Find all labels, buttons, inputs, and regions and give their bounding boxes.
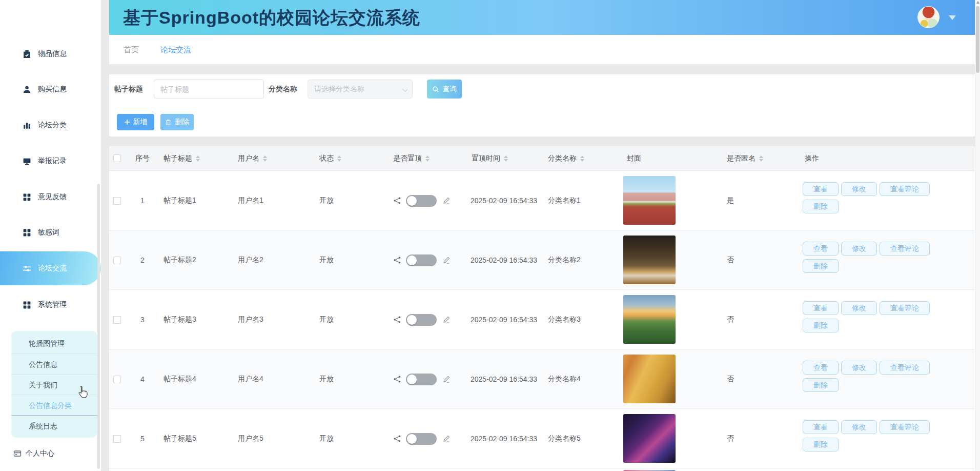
- category-select[interactable]: 请选择分类名称: [308, 80, 413, 99]
- post-title-label: 帖子标题: [114, 80, 143, 99]
- view-button[interactable]: 查看: [803, 242, 839, 256]
- sort-icon[interactable]: [759, 155, 763, 162]
- view-button[interactable]: 查看: [803, 301, 839, 315]
- sidebar-item-label: 敏感词: [38, 228, 59, 237]
- edit-pencil-icon[interactable]: [442, 435, 451, 443]
- category-label: 分类名称: [269, 80, 297, 99]
- share-icon[interactable]: [393, 256, 401, 264]
- sort-icon[interactable]: [337, 155, 341, 162]
- delete-row-button[interactable]: 删除: [803, 378, 839, 392]
- share-icon[interactable]: [393, 316, 401, 324]
- status-text: 开放: [319, 409, 334, 468]
- delete-button[interactable]: 删除: [160, 114, 194, 130]
- submenu-item-announcement[interactable]: 公告信息: [11, 354, 97, 374]
- delete-row-button[interactable]: 删除: [803, 259, 839, 273]
- pin-toggle-off[interactable]: [406, 374, 437, 385]
- edit-button[interactable]: 修改: [841, 182, 877, 196]
- edit-button[interactable]: 修改: [841, 420, 877, 434]
- sidebar-item-sensitive-words[interactable]: 敏感词: [0, 221, 101, 244]
- view-button[interactable]: 查看: [803, 420, 839, 434]
- avatar[interactable]: [917, 6, 940, 28]
- sidebar-item-report-record[interactable]: 举报记录: [0, 150, 101, 172]
- pin-time: 2025-02-09 16:54:33: [471, 230, 537, 290]
- personal-center-link[interactable]: 个人中心: [13, 445, 54, 462]
- view-comments-button[interactable]: 查看评论: [880, 242, 930, 256]
- edit-pencil-icon[interactable]: [442, 197, 451, 205]
- view-button[interactable]: 查看: [803, 361, 839, 375]
- edit-button[interactable]: 修改: [841, 242, 877, 256]
- post-title: 帖子标题5: [164, 409, 196, 468]
- add-button[interactable]: 新增: [117, 114, 154, 130]
- edit-pencil-icon[interactable]: [442, 316, 451, 324]
- view-comments-button[interactable]: 查看评论: [880, 182, 930, 196]
- sidebar-item-feedback[interactable]: 意见反馈: [0, 186, 101, 208]
- pin-toggle-off[interactable]: [406, 254, 437, 266]
- row-checkbox[interactable]: [113, 197, 121, 205]
- post-title: 帖子标题1: [164, 171, 196, 230]
- select-all-checkbox[interactable]: [113, 154, 121, 162]
- table-row: 2 帖子标题2 用户名2 开放 2025-02-09 16:54:33 分类名称…: [109, 230, 975, 290]
- share-icon[interactable]: [393, 197, 401, 205]
- view-comments-button[interactable]: 查看评论: [880, 420, 930, 434]
- page-scrollbar-thumb[interactable]: [976, 6, 979, 73]
- submenu-item-announcement-category[interactable]: 公告信息分类: [11, 395, 97, 415]
- edit-pencil-icon[interactable]: [442, 256, 451, 264]
- chevron-down-icon[interactable]: [949, 15, 956, 20]
- top-header: 基于SpringBoot的校园论坛交流系统: [109, 0, 975, 35]
- delete-row-button[interactable]: 删除: [803, 200, 839, 213]
- sort-icon[interactable]: [580, 155, 584, 162]
- pin-toggle-off[interactable]: [406, 433, 437, 445]
- sort-icon[interactable]: [425, 155, 430, 162]
- sidebar-item-goods[interactable]: 物品信息: [0, 43, 101, 65]
- submenu-item-system-log[interactable]: 系统日志: [11, 415, 97, 436]
- edit-button[interactable]: 修改: [841, 361, 877, 375]
- delete-row-button[interactable]: 删除: [803, 319, 839, 332]
- anonymous-flag: 否: [727, 230, 734, 290]
- row-checkbox[interactable]: [113, 376, 121, 383]
- plus-icon: [124, 119, 130, 125]
- row-checkbox[interactable]: [113, 435, 121, 443]
- anonymous-flag: 否: [727, 349, 734, 409]
- row-index: 5: [135, 409, 150, 468]
- posts-table: 序号 帖子标题 用户名 状态 是否置顶 置顶时间 分类名称 封面 是否匿名 操作…: [109, 146, 975, 471]
- submenu-item-about-us[interactable]: 关于我们: [11, 374, 97, 395]
- toggle-knob: [407, 315, 417, 325]
- scroll-up-arrow-icon[interactable]: [976, 1, 979, 4]
- pin-toggle-off[interactable]: [406, 195, 437, 207]
- bar-chart-icon: [23, 121, 31, 130]
- sort-icon[interactable]: [504, 155, 508, 162]
- username: 用户名4: [238, 349, 263, 409]
- tab-forum-exchange[interactable]: 论坛交流: [160, 35, 191, 64]
- delete-row-button[interactable]: 删除: [803, 438, 839, 452]
- sidebar-item-purchase[interactable]: 购买信息: [0, 78, 101, 101]
- post-title-input[interactable]: [154, 80, 264, 99]
- sort-icon[interactable]: [196, 155, 200, 162]
- status-text: 开放: [319, 230, 334, 290]
- username: 用户名2: [238, 230, 263, 290]
- submenu-item-carousel[interactable]: 轮播图管理: [11, 333, 97, 354]
- edit-pencil-icon[interactable]: [442, 375, 451, 383]
- share-icon[interactable]: [393, 435, 401, 443]
- sidebar-item-forum-category[interactable]: 论坛分类: [0, 114, 101, 136]
- tab-bar: 首页 论坛交流: [109, 35, 975, 64]
- share-icon[interactable]: [393, 375, 401, 383]
- sidebar-item-system-management[interactable]: 系统管理: [0, 293, 101, 316]
- card-icon: [13, 449, 22, 458]
- table-body: 1 帖子标题1 用户名1 开放 2025-02-09 16:54:33 分类名称…: [109, 171, 975, 471]
- view-button[interactable]: 查看: [803, 182, 839, 196]
- col-actions: 操作: [805, 146, 819, 171]
- query-button[interactable]: 查询: [427, 80, 462, 99]
- tab-home[interactable]: 首页: [124, 35, 139, 64]
- edit-button[interactable]: 修改: [841, 301, 877, 315]
- sort-icon[interactable]: [263, 155, 267, 162]
- row-checkbox[interactable]: [113, 316, 121, 324]
- view-comments-button[interactable]: 查看评论: [880, 361, 930, 375]
- sidebar-item-forum-exchange-active[interactable]: 论坛交流: [0, 251, 101, 285]
- view-comments-button[interactable]: 查看评论: [880, 301, 930, 315]
- username: 用户名5: [238, 409, 263, 468]
- personal-center-label: 个人中心: [26, 449, 54, 458]
- row-checkbox[interactable]: [113, 257, 121, 264]
- sidebar-scrollbar-thumb[interactable]: [97, 184, 100, 469]
- pin-toggle-off[interactable]: [406, 314, 437, 326]
- page-scrollbar[interactable]: [975, 0, 980, 471]
